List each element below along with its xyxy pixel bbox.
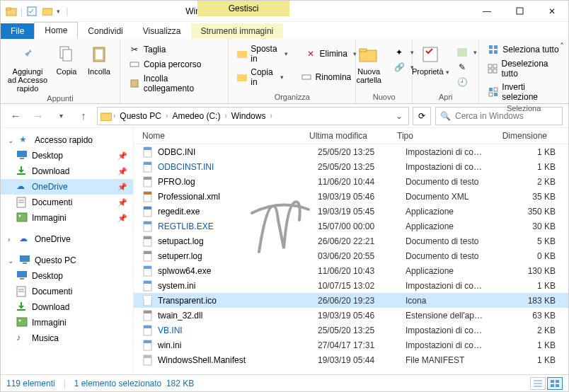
paste-button[interactable]: Incolla <box>85 43 113 76</box>
svg-rect-41 <box>17 271 27 277</box>
paste-shortcut-button[interactable]: Incolla collegamento <box>126 73 222 94</box>
svg-rect-15 <box>360 49 367 52</box>
back-button[interactable]: ← <box>6 107 25 125</box>
svg-rect-84 <box>551 384 554 387</box>
up-button[interactable]: ↑ <box>74 107 93 125</box>
tab-share[interactable]: Condividi <box>78 23 132 39</box>
folder-icon[interactable] <box>5 4 18 19</box>
folder-copy-icon <box>237 71 247 83</box>
file-modified: 26/06/20 19:23 <box>318 296 406 306</box>
file-row[interactable]: system.ini 10/07/15 13:02 Impostazioni d… <box>134 278 568 293</box>
sidebar-icon <box>16 197 28 208</box>
file-type: File MANIFEST <box>406 355 507 365</box>
rename-button[interactable]: Rinomina <box>298 67 355 88</box>
col-name[interactable]: Nome <box>134 131 309 141</box>
file-row[interactable]: VB.INI 25/05/20 13:25 Impostazioni di co… <box>134 323 568 338</box>
history-button[interactable]: 🕘 <box>454 76 480 88</box>
folder-small-icon[interactable] <box>41 4 54 19</box>
file-row[interactable]: win.ini 27/04/17 17:31 Impostazioni di c… <box>134 338 568 352</box>
address-bar[interactable]: › Questo PC› Amedeo (C:)› Windows› ⌄ <box>97 107 409 125</box>
file-row[interactable]: ODBCINST.INI 25/05/20 13:25 Impostazioni… <box>134 159 568 174</box>
file-row[interactable]: Professional.xml 19/03/19 05:46 Document… <box>134 189 568 204</box>
breadcrumb[interactable]: Amedeo (C:) <box>169 110 223 122</box>
new-folder-button[interactable]: Nuova cartella <box>351 43 386 84</box>
sidebar-item[interactable]: Immagini <box>1 315 133 330</box>
properties-button[interactable]: Proprietà <box>411 43 449 76</box>
sidebar-onedrive[interactable]: ›☁OneDrive <box>1 231 133 247</box>
file-row[interactable]: WindowsShell.Manifest 19/03/19 05:44 Fil… <box>134 352 568 367</box>
file-row[interactable]: PFRO.log 11/06/20 10:44 Documento di tes… <box>134 174 568 189</box>
copy-path-button[interactable]: Copia percorso <box>126 58 204 71</box>
ribbon-collapse-icon[interactable]: ˄ <box>560 42 564 52</box>
group-organize-label: Organizza <box>234 91 350 103</box>
col-modified[interactable]: Ultima modifica <box>309 131 397 141</box>
sidebar-this-pc[interactable]: ⌄Questo PC <box>1 253 133 268</box>
file-row[interactable]: regedit.exe 19/03/19 05:45 Applicazione … <box>134 204 568 219</box>
invert-selection-button[interactable]: Inverti selezione <box>485 81 563 103</box>
view-thumbnails-button[interactable] <box>547 377 563 390</box>
copy-to-button[interactable]: Copia in <box>234 67 286 88</box>
file-row[interactable]: splwow64.exe 11/06/20 10:43 Applicazione… <box>134 263 568 278</box>
edit-button[interactable]: ✎ <box>454 61 480 74</box>
sidebar-quick-access[interactable]: ⌄★Accesso rapido <box>1 132 133 148</box>
file-name: Professional.xml <box>158 192 318 202</box>
svg-point-38 <box>19 215 21 217</box>
sidebar-item[interactable]: Desktop📌 <box>1 148 133 163</box>
tab-file[interactable]: File <box>1 23 34 39</box>
pin-quick-access-button[interactable]: Aggiungi ad Accesso rapido <box>7 43 48 93</box>
sidebar-item[interactable]: Desktop <box>1 268 133 284</box>
sidebar-item[interactable]: Documenti📌 <box>1 195 133 210</box>
svg-rect-17 <box>457 48 467 57</box>
file-name: ODBCINST.INI <box>158 162 318 172</box>
qat-separator: | <box>21 6 23 16</box>
close-button[interactable]: ✕ <box>536 1 568 22</box>
sidebar-item[interactable]: ☁OneDrive📌 <box>1 179 133 195</box>
file-row[interactable]: setupact.log 26/06/20 22:21 Documento di… <box>134 234 568 248</box>
copy-button[interactable]: Copia <box>52 43 81 76</box>
cut-button[interactable]: ✂Taglia <box>126 43 168 56</box>
refresh-button[interactable]: ⟳ <box>413 107 431 125</box>
file-row[interactable]: Transparent.ico 26/06/20 19:23 Icona 183… <box>134 293 568 308</box>
file-row[interactable]: REGTLIB.EXE 15/07/00 00:00 Applicazione … <box>134 219 568 234</box>
column-headers[interactable]: Nome Ultima modifica Tipo Dimensione <box>134 128 568 144</box>
qat-dropdown-icon[interactable]: ▾ <box>57 8 60 15</box>
view-details-button[interactable] <box>530 377 546 390</box>
copy-icon <box>55 43 78 66</box>
svg-rect-10 <box>131 80 138 87</box>
sidebar-item[interactable]: Download📌 <box>1 163 133 179</box>
tab-home[interactable]: Home <box>34 22 78 39</box>
sidebar-icon: ☁ <box>16 181 28 192</box>
sidebar-item[interactable]: ♪Musica <box>1 330 133 346</box>
maximize-button[interactable] <box>503 1 536 22</box>
select-none-button[interactable]: Deseleziona tutto <box>485 58 563 79</box>
paste-icon <box>88 43 110 66</box>
select-all-button[interactable]: Seleziona tutto <box>485 43 561 56</box>
file-row[interactable]: twain_32.dll 19/03/19 05:46 Estensione d… <box>134 308 568 323</box>
open-button[interactable] <box>454 46 480 59</box>
svg-rect-50 <box>144 147 151 150</box>
forward-button[interactable]: → <box>29 107 47 125</box>
minimize-button[interactable]: — <box>471 1 503 22</box>
ribbon-tabs: File Home Condividi Visualizza Strumenti… <box>1 22 568 39</box>
sidebar-icon <box>16 286 28 297</box>
file-row[interactable]: ODBC.INI 25/05/20 13:25 Impostazioni di … <box>134 144 568 159</box>
address-dropdown-icon[interactable]: ⌄ <box>393 111 406 121</box>
file-modified: 19/03/19 05:44 <box>318 355 406 365</box>
file-size: 2 KB <box>507 325 564 335</box>
status-bar: 119 elementi | 1 elemento selezionato 18… <box>1 374 568 391</box>
sidebar-item[interactable]: Immagini📌 <box>1 210 133 226</box>
move-to-button[interactable]: Sposta in <box>234 43 290 64</box>
breadcrumb[interactable]: Questo PC <box>117 110 164 122</box>
breadcrumb[interactable]: Windows <box>229 110 269 122</box>
file-row[interactable]: setuperr.log 03/06/20 20:55 Documento di… <box>134 248 568 263</box>
recent-dropdown-icon[interactable]: ▾ <box>52 107 70 125</box>
tab-image-tools[interactable]: Strumenti immagini <box>191 23 284 39</box>
sidebar-icon <box>16 166 28 177</box>
col-size[interactable]: Dimensione <box>499 131 556 141</box>
svg-rect-18 <box>489 45 493 49</box>
tab-view[interactable]: Visualizza <box>133 23 191 39</box>
sidebar-item[interactable]: Download <box>1 299 133 315</box>
col-type[interactable]: Tipo <box>397 131 499 141</box>
sidebar-item[interactable]: Documenti <box>1 284 133 299</box>
checklist-icon[interactable] <box>25 4 38 19</box>
